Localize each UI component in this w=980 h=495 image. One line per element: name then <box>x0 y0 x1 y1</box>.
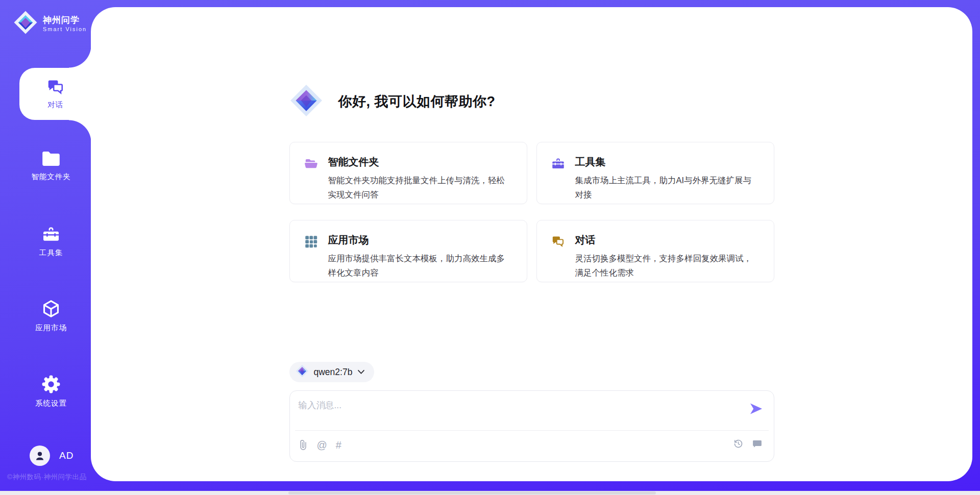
chevron-down-icon <box>357 367 365 377</box>
copyright-text: ©神州数码·神州问学出品 <box>7 473 86 482</box>
send-icon[interactable] <box>750 403 763 414</box>
card-description: 应用市场提供丰富长文本模板，助力高效生成多样化文章内容 <box>328 252 512 280</box>
cube-icon <box>41 299 61 318</box>
horizontal-scrollbar-track <box>0 491 980 495</box>
card-description: 灵活切换多模型文件，支持多样回复效果调试，满足个性化需求 <box>575 252 760 280</box>
card-title: 对话 <box>575 233 760 247</box>
model-selector[interactable]: qwen2:7b <box>289 362 375 382</box>
brand-diamond-logo-icon <box>289 84 323 119</box>
brand-logo-icon <box>13 10 38 37</box>
brand-subtitle: Smart Vision <box>43 26 87 32</box>
sidebar-item-label: 应用市场 <box>35 323 67 333</box>
message-input[interactable] <box>298 398 743 429</box>
horizontal-scrollbar-thumb[interactable] <box>288 491 656 494</box>
card-text: 对话 灵活切换多模型文件，支持多样回复效果调试，满足个性化需求 <box>575 233 760 269</box>
folder-icon <box>41 150 61 167</box>
card-title: 工具集 <box>575 155 760 169</box>
card-text: 智能文件夹 智能文件夹功能支持批量文件上传与清洗，轻松实现文件问答 <box>328 155 512 191</box>
composer-toolbar-right <box>733 438 763 449</box>
card-chat[interactable]: 对话 灵活切换多模型文件，支持多样回复效果调试，满足个性化需求 <box>536 220 774 282</box>
card-description: 集成市场上主流工具，助力AI与外界无缝扩展与对接 <box>575 174 760 202</box>
brand-block: 神州问学 Smart Vision <box>13 10 87 37</box>
feature-cards: 智能文件夹 智能文件夹功能支持批量文件上传与清洗，轻松实现文件问答 工具集 <box>289 142 774 282</box>
user-account[interactable]: AD <box>30 445 74 466</box>
card-description: 智能文件夹功能支持批量文件上传与清洗，轻松实现文件问答 <box>328 174 512 202</box>
toolbox-icon <box>41 225 61 243</box>
message-composer: @ # <box>289 390 774 462</box>
card-app-market[interactable]: 应用市场 应用市场提供丰富长文本模板，助力高效生成多样化文章内容 <box>289 220 527 282</box>
chat-icon <box>551 233 565 269</box>
card-smart-folder[interactable]: 智能文件夹 智能文件夹功能支持批量文件上传与清洗，轻松实现文件问答 <box>289 142 527 204</box>
model-logo-icon <box>296 364 309 380</box>
tab-flare-bottom <box>69 120 91 142</box>
main-content: 你好, 我可以如何帮助你? 智能文件夹 智能文件夹功能支持批量文件上传与清洗，轻… <box>289 7 774 462</box>
gear-icon <box>41 375 61 394</box>
greeting-block: 你好, 我可以如何帮助你? <box>289 84 774 119</box>
composer-divider <box>295 430 769 431</box>
comment-icon[interactable] <box>752 438 763 449</box>
sidebar-item-label: 系统设置 <box>35 399 67 408</box>
brand-text: 神州问学 Smart Vision <box>43 15 87 32</box>
history-icon[interactable] <box>733 438 744 449</box>
model-selector-row: qwen2:7b <box>289 362 774 382</box>
card-title: 应用市场 <box>328 233 512 247</box>
user-name: AD <box>59 450 74 461</box>
sidebar-item-toolset[interactable]: 工具集 <box>10 225 92 258</box>
sidebar-item-app-market[interactable]: 应用市场 <box>10 299 92 333</box>
mention-icon[interactable]: @ <box>317 438 327 452</box>
chat-icon <box>46 78 65 96</box>
avatar <box>30 445 50 466</box>
greeting-title: 你好, 我可以如何帮助你? <box>338 92 496 111</box>
card-title: 智能文件夹 <box>328 155 512 169</box>
app-root: 你好, 我可以如何帮助你? 智能文件夹 智能文件夹功能支持批量文件上传与清洗，轻… <box>0 0 980 495</box>
sidebar-item-settings[interactable]: 系统设置 <box>10 375 92 408</box>
attachment-icon[interactable] <box>298 439 308 451</box>
main-panel: 你好, 我可以如何帮助你? 智能文件夹 智能文件夹功能支持批量文件上传与清洗，轻… <box>91 7 972 481</box>
folder-open-icon <box>304 155 318 191</box>
hash-icon[interactable]: # <box>336 438 341 452</box>
sidebar-item-label: 智能文件夹 <box>31 172 71 182</box>
card-toolset[interactable]: 工具集 集成市场上主流工具，助力AI与外界无缝扩展与对接 <box>536 142 774 204</box>
composer-toolbar-left: @ # <box>298 438 341 452</box>
card-text: 应用市场 应用市场提供丰富长文本模板，助力高效生成多样化文章内容 <box>328 233 512 269</box>
sidebar-item-label: 工具集 <box>39 248 63 258</box>
sidebar-item-label: 对话 <box>47 100 63 110</box>
grid-icon <box>304 233 318 269</box>
model-name: qwen2:7b <box>314 367 353 378</box>
sidebar-item-chat[interactable]: 对话 <box>19 68 91 120</box>
sidebar-item-smart-folder[interactable]: 智能文件夹 <box>10 150 92 182</box>
toolbox-icon <box>551 155 565 191</box>
card-text: 工具集 集成市场上主流工具，助力AI与外界无缝扩展与对接 <box>575 155 760 191</box>
tab-flare-top <box>69 45 91 68</box>
brand-name: 神州问学 <box>43 15 87 26</box>
